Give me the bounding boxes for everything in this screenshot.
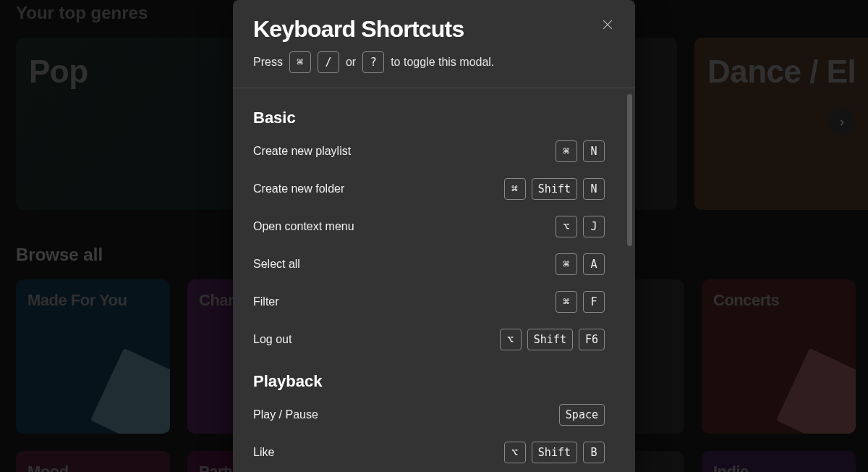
key: Shift: [532, 442, 577, 463]
key-cmd: ⌘: [289, 51, 311, 73]
shortcut-label: Select all: [253, 258, 300, 271]
key: ⌘: [556, 291, 577, 313]
shortcut-keys: ⌘ Shift N: [504, 178, 605, 200]
press-suffix: to toggle this modal.: [391, 56, 494, 69]
shortcut-label: Open context menu: [253, 220, 354, 233]
key: Shift: [527, 329, 573, 350]
close-icon: [600, 17, 615, 32]
shortcut-row: Select all ⌘ A: [253, 253, 605, 275]
shortcut-row: Filter ⌘ F: [253, 291, 605, 313]
shortcut-keys: ⌥ J: [556, 216, 605, 237]
shortcut-row: Create new folder ⌘ Shift N: [253, 178, 605, 200]
key-question: ?: [362, 51, 384, 73]
shortcut-keys: ⌘ N: [556, 140, 605, 162]
key: ⌘: [504, 178, 526, 200]
close-button[interactable]: [597, 14, 618, 35]
modal-body: Basic Create new playlist ⌘ N Create new…: [233, 88, 635, 472]
key: F6: [579, 329, 605, 350]
key: Space: [559, 404, 605, 426]
shortcut-label: Play / Pause: [253, 408, 318, 421]
shortcut-label: Create new playlist: [253, 145, 351, 158]
shortcut-keys: ⌥ Shift B: [504, 442, 605, 463]
shortcut-row: Create new playlist ⌘ N: [253, 140, 605, 162]
shortcut-group-title: Basic: [253, 109, 605, 127]
modal-title: Keyboard Shortcuts: [253, 16, 615, 43]
shortcut-row: Play / Pause Space: [253, 404, 605, 426]
shortcut-label: Log out: [253, 333, 292, 346]
key: N: [583, 178, 605, 200]
keyboard-shortcuts-modal: Keyboard Shortcuts Press ⌘ / or ? to tog…: [233, 0, 635, 472]
key: B: [583, 442, 605, 463]
shortcut-row: Log out ⌥ Shift F6: [253, 329, 605, 350]
key: ⌥: [500, 329, 522, 350]
shortcut-keys: Space: [559, 404, 605, 426]
key: ⌘: [556, 140, 577, 162]
scrollbar-thumb[interactable]: [627, 94, 632, 246]
shortcut-row: Open context menu ⌥ J: [253, 216, 605, 237]
press-or: or: [346, 56, 356, 69]
shortcut-keys: ⌘ F: [556, 291, 605, 313]
modal-scroll-content: Basic Create new playlist ⌘ N Create new…: [253, 109, 615, 463]
key: N: [583, 140, 605, 162]
shortcut-keys: ⌥ Shift F6: [500, 329, 605, 350]
key: F: [583, 291, 605, 313]
shortcut-group-title: Playback: [253, 372, 605, 391]
shortcut-label: Create new folder: [253, 182, 344, 195]
key: ⌘: [556, 253, 577, 275]
key: ⌥: [504, 442, 526, 463]
modal-wrap: Keyboard Shortcuts Press ⌘ / or ? to tog…: [0, 0, 868, 472]
key-slash: /: [318, 51, 339, 73]
shortcut-label: Filter: [253, 295, 279, 308]
modal-header: Keyboard Shortcuts Press ⌘ / or ? to tog…: [233, 0, 635, 88]
modal-subtitle: Press ⌘ / or ? to toggle this modal.: [253, 51, 615, 73]
press-prefix: Press: [253, 56, 283, 69]
key: ⌥: [556, 216, 577, 237]
key: J: [583, 216, 605, 237]
key: Shift: [532, 178, 577, 200]
shortcut-label: Like: [253, 446, 274, 459]
shortcut-keys: ⌘ A: [556, 253, 605, 275]
key: A: [583, 253, 605, 275]
shortcut-row: Like ⌥ Shift B: [253, 442, 605, 463]
